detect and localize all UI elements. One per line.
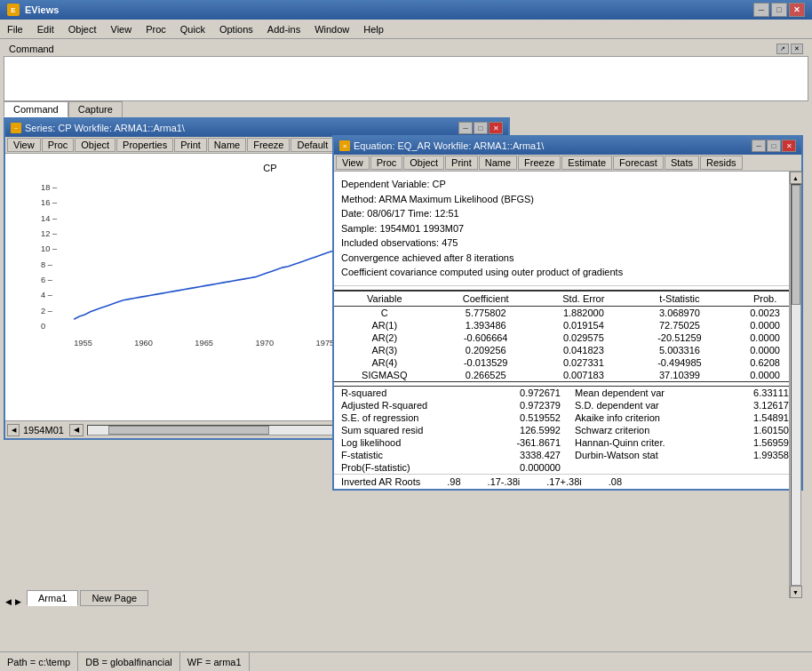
menu-quick[interactable]: Quick: [173, 22, 212, 36]
command-bar-close[interactable]: ✕: [791, 44, 803, 54]
series-view-btn[interactable]: View: [7, 138, 41, 152]
scroll-left-btn[interactable]: ◀: [7, 424, 20, 436]
bottom-tab-arma1[interactable]: Arma1: [27, 590, 78, 606]
stat-row-left: Prob(F-statistic)0.000000: [334, 461, 568, 474]
coeff-cell: AR(4): [334, 356, 435, 369]
equation-window-icon: ≡: [339, 140, 350, 151]
tab-command[interactable]: Command: [4, 101, 68, 117]
equation-minimize-btn[interactable]: ─: [752, 140, 766, 152]
coeff-cell: 0.266525: [435, 369, 537, 382]
stat-row-left: Adjusted R-squared0.972379: [334, 399, 568, 411]
equation-close-btn[interactable]: ✕: [782, 140, 796, 152]
bottom-tab-newpage[interactable]: New Page: [80, 590, 148, 606]
maximize-button[interactable]: □: [771, 3, 787, 17]
equation-window-title-bar[interactable]: ≡ Equation: EQ_AR Workfile: ARMA1::Arma1…: [334, 137, 801, 155]
eq-name-btn[interactable]: Name: [479, 156, 517, 170]
svg-text:0: 0: [41, 321, 45, 331]
ar-root-2: .17-.38i: [488, 476, 521, 487]
series-object-btn[interactable]: Object: [75, 138, 115, 152]
tab-nav-right[interactable]: ▶: [13, 597, 23, 606]
eq-date: Date: 08/06/17 Time: 12:51: [341, 206, 794, 221]
title-bar: E EViews ─ □ ✕: [0, 0, 812, 20]
minimize-button[interactable]: ─: [753, 3, 769, 17]
menu-options[interactable]: Options: [212, 22, 260, 36]
eq-stats-btn[interactable]: Stats: [665, 156, 699, 170]
eq-object-btn[interactable]: Object: [403, 156, 444, 170]
stats-section: R-squared0.972671Mean dependent var6.331…: [334, 386, 801, 474]
eq-view-btn[interactable]: View: [336, 156, 370, 170]
menu-file[interactable]: File: [0, 22, 30, 36]
stat-value: 0.519552: [520, 412, 561, 423]
stat-value: 3338.427: [520, 450, 561, 460]
main-content: ~ Series: CP Workfile: ARMA1::Arma1\ ─ □…: [4, 117, 808, 588]
col-variable: Variable: [334, 291, 435, 307]
coeff-cell: C: [334, 306, 435, 319]
coeff-cell: -0.013529: [435, 356, 537, 369]
scroll-left-arrow2[interactable]: ◀: [69, 424, 84, 436]
coeff-cell: 1.393486: [435, 319, 537, 332]
status-path: Path = c:\temp: [0, 652, 78, 671]
coeff-cell: 5.775802: [435, 306, 537, 319]
series-name-btn[interactable]: Name: [208, 138, 246, 152]
svg-text:1955: 1955: [74, 337, 92, 347]
equation-maximize-btn[interactable]: □: [767, 140, 781, 152]
coeff-cell: 0.209256: [435, 344, 537, 356]
stat-label: Akaike info criterion: [575, 412, 660, 423]
eq-estimate-btn[interactable]: Estimate: [561, 156, 612, 170]
menu-view[interactable]: View: [104, 22, 139, 36]
eq-forecast-btn[interactable]: Forecast: [613, 156, 664, 170]
svg-text:18 –: 18 –: [41, 182, 58, 192]
series-minimize-btn[interactable]: ─: [458, 122, 473, 134]
eq-scroll-down[interactable]: ▼: [790, 586, 802, 598]
command-input-area[interactable]: [4, 57, 808, 101]
coeff-cell: 1.882000: [537, 306, 631, 319]
stat-row-left: F-statistic3338.427: [334, 449, 568, 461]
bottom-tab-bar: ◀ ▶ Arma1 New Page: [4, 590, 808, 606]
stat-label: S.D. dependent var: [575, 400, 659, 411]
tab-capture[interactable]: Capture: [68, 101, 123, 117]
svg-text:12 –: 12 –: [41, 228, 58, 238]
coeff-cell: 37.10399: [631, 369, 728, 382]
eq-print-btn[interactable]: Print: [445, 156, 478, 170]
equation-scrollbar[interactable]: ▲ ▼: [789, 172, 801, 598]
eq-scroll-thumb[interactable]: [792, 185, 800, 305]
svg-text:1965: 1965: [195, 337, 213, 347]
eq-freeze-btn[interactable]: Freeze: [518, 156, 561, 170]
eq-covariance: Coefficient covariance computed using ou…: [341, 265, 794, 280]
eq-resids-btn[interactable]: Resids: [700, 156, 743, 170]
series-freeze-btn[interactable]: Freeze: [247, 138, 290, 152]
stat-label: Prob(F-statistic): [341, 462, 410, 473]
menu-window[interactable]: Window: [307, 22, 356, 36]
scrollbar-thumb[interactable]: [108, 426, 270, 435]
series-print-btn[interactable]: Print: [174, 138, 207, 152]
stat-value: 0.972379: [520, 400, 561, 411]
menu-object[interactable]: Object: [61, 22, 104, 36]
series-proc-btn[interactable]: Proc: [42, 138, 75, 152]
coeff-cell: 0.029575: [537, 332, 631, 344]
series-close-btn[interactable]: ✕: [489, 122, 503, 134]
series-properties-btn[interactable]: Properties: [116, 138, 173, 152]
menu-help[interactable]: Help: [356, 22, 391, 36]
menu-proc[interactable]: Proc: [139, 22, 173, 36]
command-bar-float[interactable]: ↗: [776, 44, 789, 54]
ar-root-1: .98: [447, 476, 460, 487]
tab-nav-left[interactable]: ◀: [4, 597, 13, 606]
menu-edit[interactable]: Edit: [30, 22, 61, 36]
eq-sample: Sample: 1954M01 1993M07: [341, 221, 794, 236]
svg-text:1970: 1970: [255, 337, 274, 347]
col-tstat: t-Statistic: [631, 291, 728, 307]
stat-label: Schwarz criterion: [575, 425, 649, 435]
coeff-cell: AR(1): [334, 319, 435, 332]
ar-roots-footer: Inverted AR Roots .98 .17-.38i .17+.38i …: [334, 474, 801, 489]
eq-scroll-up[interactable]: ▲: [790, 172, 802, 184]
close-button[interactable]: ✕: [789, 3, 805, 17]
eq-proc-btn[interactable]: Proc: [370, 156, 403, 170]
series-window-title-bar[interactable]: ~ Series: CP Workfile: ARMA1::Arma1\ ─ □…: [5, 119, 508, 137]
menu-addins[interactable]: Add-ins: [260, 22, 307, 36]
stat-value: 0.000000: [520, 462, 561, 473]
series-default-btn[interactable]: Default: [291, 138, 334, 152]
eq-scroll-track[interactable]: [791, 184, 801, 586]
svg-text:6 –: 6 –: [41, 275, 53, 284]
stat-row-left: Log likelihood-361.8671: [334, 436, 568, 449]
series-maximize-btn[interactable]: □: [474, 122, 488, 134]
